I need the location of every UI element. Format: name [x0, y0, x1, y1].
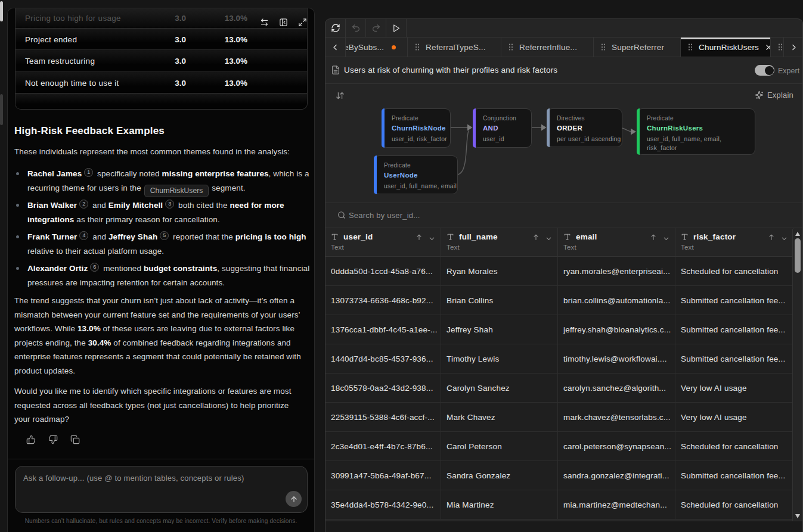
tab-scroll-left[interactable]	[325, 38, 346, 57]
message-text: , suggesting that financial	[217, 264, 309, 273]
node-name: AND	[483, 123, 526, 133]
send-button[interactable]	[286, 491, 302, 507]
vertical-scrollbar[interactable]	[792, 229, 802, 521]
refresh-icon[interactable]	[325, 19, 346, 37]
column-menu-icon[interactable]	[545, 235, 552, 242]
tab-label: SuperReferrer	[612, 43, 664, 52]
tab-referrerinflue[interactable]: ReferrerInflue...	[501, 38, 594, 57]
expand-icon[interactable]	[298, 18, 307, 27]
redo-icon[interactable]	[366, 19, 386, 37]
column-menu-icon[interactable]	[429, 235, 435, 242]
column-header-top: full_name	[447, 232, 557, 241]
message-actions	[26, 435, 80, 444]
citation-badge[interactable]: 5	[160, 231, 169, 240]
thumbs-down-icon[interactable]	[48, 435, 58, 444]
table-row[interactable]: 1440d7d4-bc85-4537-936...Timothy Lewisti…	[325, 344, 802, 374]
drag-handle-icon[interactable]	[509, 43, 513, 51]
message-heading: High-Risk Feedback Examples	[14, 125, 165, 137]
tab-superreferrer[interactable]: SuperReferrer	[594, 38, 681, 57]
column-menu-icon[interactable]	[663, 235, 669, 242]
table-row[interactable]: 18c05578-0aa2-43d2-938...Carolyn Sanchez…	[325, 374, 802, 403]
table-cell: 22539115-5388-4c6f-accf-...	[325, 403, 441, 431]
horizontal-scrollbar[interactable]	[325, 521, 802, 532]
sort-ascending-icon[interactable]	[768, 234, 775, 241]
scroll-down-icon[interactable]	[795, 514, 800, 518]
table-cell: ryan.morales@enterpriseai...	[558, 257, 675, 285]
node-name: ORDER	[557, 123, 617, 133]
citation-badge[interactable]: 2	[79, 200, 88, 209]
table-row[interactable]: 0ddda50d-1ccd-45a8-a76...Ryan Moralesrya…	[325, 257, 802, 286]
column-name: user_id	[343, 232, 373, 241]
drag-handle-icon[interactable]	[601, 43, 606, 51]
tab-close-icon[interactable]	[765, 44, 771, 51]
feedback-percent: 13.0%	[225, 78, 247, 87]
drag-handle-icon[interactable]	[688, 43, 693, 51]
citation-badge[interactable]: 1	[84, 168, 93, 177]
citation-badge[interactable]: 4	[79, 231, 88, 240]
message-line: Rachel James1 specifically noted missing…	[27, 167, 309, 181]
scrollbar-thumb[interactable]	[795, 238, 801, 273]
graph-node-churnrisknode[interactable]: PredicateChurnRiskNodeuser_id, risk_fact…	[382, 108, 451, 148]
copy-icon[interactable]	[70, 435, 80, 444]
scroll-up-icon[interactable]	[795, 232, 800, 236]
collapse-panel-icon[interactable]	[279, 18, 288, 27]
table-row[interactable]: 13073734-6636-468c-b92...Brian Collinsbr…	[325, 286, 802, 315]
bullet-item: Alexander Ortiz6 mentioned budget constr…	[14, 262, 309, 290]
table-row[interactable]: 1376cca1-dbbf-4c45-a1ee-...Jeffrey Shahj…	[325, 315, 802, 344]
column-name: risk_factor	[693, 232, 736, 241]
sort-ascending-icon[interactable]	[416, 234, 423, 241]
feedback-label: Not enough time to use it	[25, 78, 119, 87]
table-row[interactable]: 35e4dda4-b578-4342-9e0...Mia Martinezmia…	[325, 490, 802, 519]
thumbs-up-icon[interactable]	[26, 435, 36, 444]
column-menu-icon[interactable]	[781, 235, 788, 242]
tab-label: ReferralTypeS...	[426, 43, 486, 52]
left-edge-scroll-thumb[interactable]	[0, 1, 3, 21]
feedback-table-row[interactable]: Team restructuring3.013.0%	[15, 49, 307, 71]
node-category: Directives	[557, 114, 617, 123]
node-name: ChurnRiskNode	[392, 123, 445, 133]
graph-node-churnriskusers[interactable]: PredicateChurnRiskUsersuser_id, full_nam…	[637, 108, 755, 155]
left-edge-handle[interactable]	[0, 94, 3, 125]
graph-node-usernode[interactable]: PredicateUserNodeuser_id, full_name, ema…	[374, 155, 458, 194]
column-header-top: risk_factor	[681, 232, 793, 241]
swap-columns-icon[interactable]	[260, 18, 269, 27]
table-cell: Submitted cancellation fee...	[675, 315, 793, 344]
bullet-dot	[16, 204, 19, 207]
feedback-table-row[interactable]	[15, 93, 307, 109]
message-line: The trend suggests that your churn isn’t…	[14, 294, 310, 308]
expert-toggle[interactable]	[755, 65, 774, 76]
table-cell: Submitted cancellation fee...	[675, 344, 793, 373]
table-cell: sandra.gonzalez@integrati...	[558, 461, 675, 490]
run-icon[interactable]	[386, 19, 407, 37]
table-row[interactable]: 22539115-5388-4c6f-accf-...Mark Chavezma…	[325, 403, 802, 432]
drag-handle-icon[interactable]	[778, 43, 783, 51]
sort-ascending-icon[interactable]	[650, 234, 657, 241]
graph-node-order[interactable]: DirectivesORDERper user_id ascending	[547, 108, 622, 147]
message-text: need for more	[230, 201, 284, 210]
sort-ascending-icon[interactable]	[532, 234, 540, 241]
text-type-icon	[563, 233, 571, 241]
tab-referraltypes[interactable]: ReferralTypeS...	[408, 38, 501, 57]
graph-node-and[interactable]: ConjunctionANDuser_id	[473, 108, 532, 148]
tab-scroll-right[interactable]	[783, 38, 803, 57]
drag-handle-icon[interactable]	[415, 43, 420, 51]
citation-badge[interactable]: 6	[90, 263, 99, 272]
tab-churnriskusers[interactable]: ChurnRiskUsers	[681, 38, 771, 57]
feedback-table-row[interactable]: Not enough time to use it3.013.0%	[15, 71, 307, 93]
tab-stub[interactable]	[771, 38, 784, 57]
tab-ebysubs[interactable]: eBySubs...	[346, 38, 408, 57]
column-header-email: emailText	[558, 228, 675, 256]
citation-badge[interactable]: 3	[165, 200, 174, 209]
message-line: Alexander Ortiz6 mentioned budget constr…	[27, 262, 309, 276]
table-chip[interactable]: ChurnRiskUsers	[144, 185, 209, 197]
bullet-item: Rachel James1 specifically noted missing…	[14, 167, 309, 195]
table-cell: Scheduled for cancellation	[675, 432, 793, 461]
feedback-table-row[interactable]: Project ended3.013.0%	[15, 28, 307, 49]
table-cell: mia.martinez@medtechan...	[558, 490, 675, 519]
table-row[interactable]: 2c3e4d01-e4ff-4b7c-87b6...Carol Peterson…	[325, 432, 802, 461]
undo-icon[interactable]	[346, 19, 366, 37]
composer-input[interactable]: Ask a follow-up... (use @ to mention tab…	[15, 466, 308, 513]
search-placeholder[interactable]: Search by user_id...	[349, 211, 420, 220]
message-text: and	[90, 232, 108, 241]
table-row[interactable]: 30991a47-5b6a-49af-b67...Sandra Gonzalez…	[325, 461, 802, 490]
